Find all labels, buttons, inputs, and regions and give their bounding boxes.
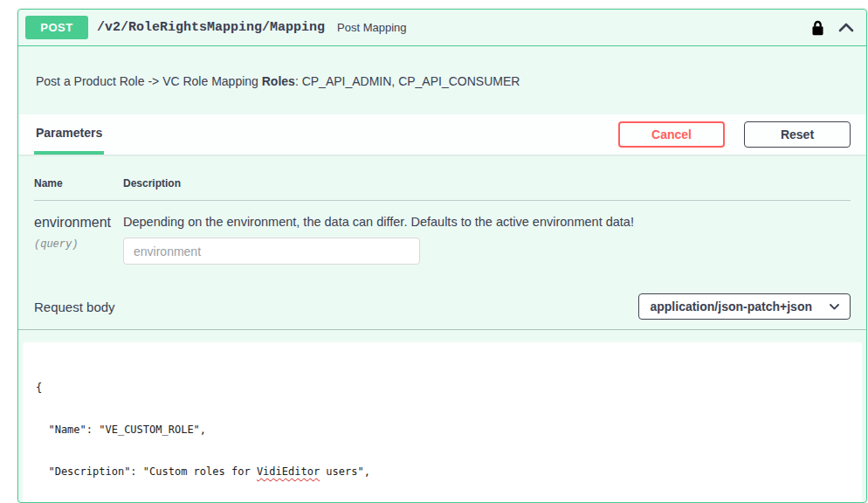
parameter-name-cell: environment (query) [34, 215, 123, 265]
summary-actions [808, 18, 858, 38]
column-header-description: Description [123, 177, 851, 189]
column-header-name: Name [34, 177, 123, 189]
request-body-json: { "Name": "VE_CUSTOM_ROLE", "Description… [23, 342, 862, 503]
content-type-value: application/json-patch+json [650, 300, 812, 314]
request-body-editor-wrap: { "Name": "VE_CUSTOM_ROLE", "Description… [18, 330, 866, 503]
operation-summary: Post Mapping [337, 21, 407, 34]
code-segment: "Description": "Custom roles for [36, 465, 257, 478]
operation-path: /v2/RoleRightsMapping/Mapping [97, 20, 325, 35]
environment-input[interactable] [123, 238, 420, 265]
parameters-section-header: Parameters Cancel Reset [18, 114, 866, 155]
request-body-label: Request body [34, 300, 115, 314]
swagger-page: POST /v2/RoleRightsMapping/Mapping Post … [0, 0, 868, 503]
parameters-table-head: Name Description [34, 177, 851, 201]
request-body-editor[interactable]: { "Name": "VE_CUSTOM_ROLE", "Description… [23, 342, 862, 503]
chevron-up-glyph [838, 23, 854, 32]
parameter-name: environment [34, 215, 123, 231]
method-badge: POST [25, 16, 88, 39]
lock-icon[interactable] [808, 18, 828, 38]
code-segment: users", [320, 465, 370, 478]
code-line: { [36, 381, 849, 395]
chevron-down-icon [830, 304, 839, 310]
parameter-description: Depending on the environment, the data c… [123, 215, 851, 229]
lock-icon-glyph [811, 20, 824, 36]
cancel-button[interactable]: Cancel [618, 121, 725, 148]
opblock-post: POST /v2/RoleRightsMapping/Mapping Post … [17, 9, 867, 503]
description-text: Post a Product Role -> VC Role Mapping [36, 74, 262, 88]
code-line: "Name": "VE_CUSTOM_ROLE", [36, 423, 849, 437]
parameter-location: (query) [34, 238, 123, 251]
tryout-buttons: Cancel Reset [618, 121, 851, 148]
description-roles-label: Roles [262, 74, 295, 88]
parameters-table: Name Description environment (query) Dep… [18, 155, 866, 286]
reset-button[interactable]: Reset [744, 121, 851, 148]
misspelled-word: VidiEditor [257, 465, 320, 478]
code-line: "Description": "Custom roles for VidiEdi… [36, 465, 849, 479]
request-body-header: Request body application/json-patch+json [18, 286, 866, 330]
parameters-tab: Parameters [34, 114, 104, 155]
operation-description: Post a Product Role -> VC Role Mapping R… [18, 46, 866, 114]
content-type-select[interactable]: application/json-patch+json [638, 293, 851, 320]
parameter-description-cell: Depending on the environment, the data c… [123, 215, 851, 265]
parameter-row-environment: environment (query) Depending on the env… [34, 201, 851, 286]
operation-summary-bar[interactable]: POST /v2/RoleRightsMapping/Mapping Post … [18, 10, 866, 46]
chevron-up-icon[interactable] [835, 21, 858, 34]
description-roles-list: : CP_API_ADMIN, CP_API_CONSUMER [295, 74, 520, 88]
